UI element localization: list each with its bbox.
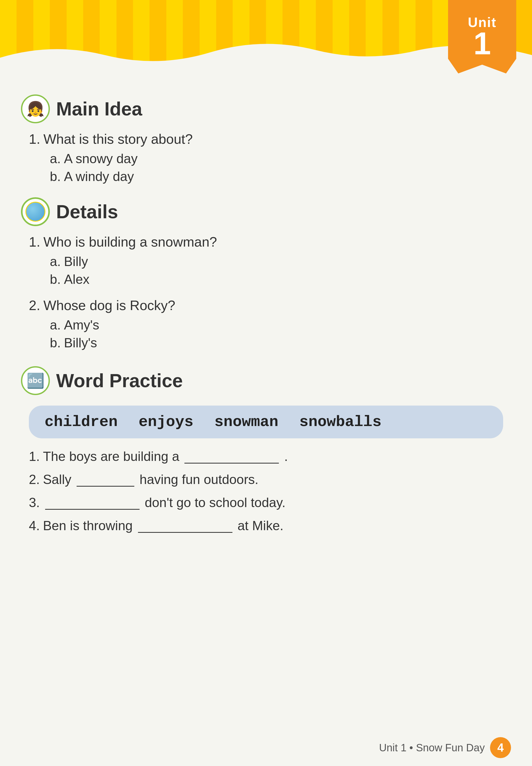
main-content: 👧 Main Idea 1. What is this story about?… xyxy=(21,81,511,745)
q1-number: 1. xyxy=(29,131,40,147)
details-title: Details xyxy=(56,201,118,222)
main-idea-question-1: 1. What is this story about? a. A snowy … xyxy=(29,131,511,184)
d2-option-a: a. Amy's xyxy=(50,317,511,333)
details-icon xyxy=(21,197,50,226)
blank-1 xyxy=(184,462,279,464)
word-practice-header: 🔤 Word Practice xyxy=(21,366,511,395)
word-bank: children enjoys snowman snowballs xyxy=(29,406,503,438)
word-children: children xyxy=(45,413,118,430)
q1-option-a: a. A snowy day xyxy=(50,151,511,166)
sentence-1: 1. The boys are building a . xyxy=(29,449,511,464)
d2-number: 2. xyxy=(29,297,40,313)
blank-4 xyxy=(138,531,232,533)
sentence-2: 2. Sally having fun outdoors. xyxy=(29,472,511,487)
main-idea-header: 👧 Main Idea xyxy=(21,94,511,123)
word-snowman: snowman xyxy=(214,413,278,430)
details-header: Details xyxy=(21,197,511,226)
blank-3 xyxy=(45,508,140,510)
d1-option-b: b. Alex xyxy=(50,272,511,287)
sentence-3: 3. don't go to school today. xyxy=(29,495,511,510)
sentences: 1. The boys are building a . 2. Sally ha… xyxy=(29,449,511,533)
footer: Unit 1 • Snow Fun Day 4 xyxy=(379,737,511,758)
details-question-1: 1. Who is building a snowman? a. Billy b… xyxy=(29,234,511,287)
word-practice-icon: 🔤 xyxy=(21,366,50,395)
main-idea-icon: 👧 xyxy=(21,94,50,123)
d1-text: Who is building a snowman? xyxy=(43,234,217,250)
q1-text: What is this story about? xyxy=(43,131,193,147)
sentence-4: 4. Ben is throwing at Mike. xyxy=(29,518,511,533)
unit-number: 1 xyxy=(474,28,491,59)
d2-option-b: b. Billy's xyxy=(50,335,511,350)
footer-text: Unit 1 • Snow Fun Day xyxy=(379,742,485,754)
d1-option-a: a. Billy xyxy=(50,254,511,269)
d2-text: Whose dog is Rocky? xyxy=(43,297,175,313)
word-practice-title: Word Practice xyxy=(56,370,183,391)
page-number-badge: 4 xyxy=(490,737,511,758)
details-question-2: 2. Whose dog is Rocky? a. Amy's b. Billy… xyxy=(29,297,511,350)
blank-2 xyxy=(77,485,134,487)
main-idea-title: Main Idea xyxy=(56,98,142,120)
q1-option-b: b. A windy day xyxy=(50,169,511,184)
d1-number: 1. xyxy=(29,234,40,250)
word-enjoys: enjoys xyxy=(139,413,193,430)
unit-badge: Unit 1 xyxy=(448,0,516,73)
word-snowballs: snowballs xyxy=(299,413,381,430)
